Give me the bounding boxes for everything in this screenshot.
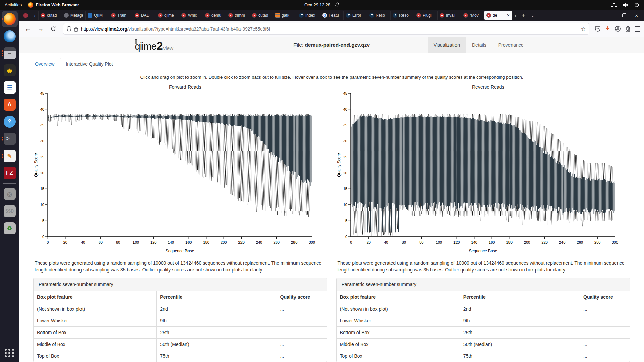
table-cell: Top of Box [337, 350, 460, 362]
back-button[interactable]: ← [23, 25, 33, 33]
browser-tab[interactable]: DAD [132, 11, 156, 20]
tab-title-label: DAD [141, 13, 154, 18]
browser-tab[interactable]: Invali [437, 11, 461, 20]
reload-button[interactable] [49, 26, 58, 32]
account-icon[interactable] [614, 25, 621, 32]
dock-item-appcenter[interactable]: A [2, 97, 18, 113]
browser-tab[interactable]: Train [109, 11, 132, 20]
qiime2view-logo[interactable]: qiime2view [134, 39, 173, 51]
browser-tab[interactable]: Index [297, 11, 320, 20]
dock-item-help[interactable]: ? [2, 114, 18, 130]
browser-tab[interactable]: Plugi [414, 11, 437, 20]
tab-interactive-quality-plot[interactable]: Interactive Quality Plot [60, 58, 118, 70]
svg-text:300: 300 [309, 240, 315, 244]
clock-menu[interactable]: Oca 29 12:28 [304, 2, 340, 8]
trash-icon: ♻ [4, 222, 16, 234]
browser-tab[interactable]: trimm [226, 11, 250, 20]
texteditor-icon: ✎ [4, 150, 16, 162]
menu-hamburger-icon[interactable] [635, 26, 640, 32]
network-icon [611, 3, 617, 7]
sampling-note-forward: These plots were generated using a rando… [35, 260, 326, 273]
lock-icon[interactable] [74, 26, 78, 32]
dot [2, 157, 3, 158]
browser-tab[interactable]: “Mov [461, 11, 484, 20]
browser-tab[interactable]: cutad [250, 11, 273, 20]
dock-item-disk[interactable]: ◎ [2, 186, 18, 202]
ssd-icon: SSD [4, 205, 16, 217]
header-tab-details[interactable]: Details [466, 37, 492, 53]
browser-tab[interactable]: demu [203, 11, 226, 20]
dock-separator [3, 183, 16, 184]
volume-icon [623, 3, 628, 7]
close-button[interactable]: × [635, 13, 638, 18]
scroll-tabs-right-button[interactable]: › [512, 13, 519, 18]
table-cell: ... [580, 339, 630, 350]
new-tab-button[interactable]: + [519, 12, 528, 19]
tab-list: cutadMetageQIIMTrainDADqiimeWhicdemutrim… [38, 11, 512, 20]
browser-tab[interactable]: Error [343, 11, 367, 20]
dock-item-texteditor[interactable]: ✎ [2, 148, 18, 164]
header-tab-visualization[interactable]: Visualization [428, 37, 466, 53]
browser-tab[interactable]: Metage [62, 11, 85, 20]
dock-item-terminal[interactable]: >_ [2, 131, 18, 147]
system-status-area[interactable] [611, 2, 644, 7]
sampling-note-reverse: These plots were generated using a rando… [338, 260, 629, 273]
dock-item-filezilla[interactable]: FZ [2, 165, 18, 181]
browser-tab[interactable]: de× [484, 11, 512, 20]
svg-text:100: 100 [133, 240, 139, 244]
browser-tab[interactable]: Reso [390, 11, 414, 20]
url-text[interactable]: https://view.qiime2.org/visualization/?t… [81, 26, 578, 32]
tab-overview[interactable]: Overview [29, 58, 60, 70]
restore-button[interactable] [622, 13, 626, 17]
dock-item-appgrid[interactable] [2, 345, 18, 361]
close-tab-icon[interactable]: × [506, 13, 510, 18]
red-favicon [440, 13, 444, 18]
pinned-tab-favicon[interactable] [23, 13, 28, 18]
dock-item-writer[interactable]: ☰ [2, 79, 18, 96]
clock-label: Oca 29 12:28 [304, 2, 330, 7]
browser-tab[interactable]: qiime [156, 11, 179, 20]
x-axis-label: Sequence Base [166, 249, 194, 253]
svg-text:180: 180 [506, 240, 512, 244]
browser-tab[interactable]: QIIM [85, 11, 109, 20]
file-name-label: File: demux-paired-end.gzv.qzv [293, 42, 370, 48]
minimize-button[interactable]: – [611, 13, 613, 18]
browser-tab[interactable]: gatk [273, 11, 297, 20]
focused-app-menu[interactable]: Firefox Web Browser [28, 2, 79, 8]
tracking-shield-icon[interactable] [67, 26, 71, 32]
rhythmbox-icon: ◉ [4, 64, 16, 76]
dock-item-trash[interactable]: ♻ [2, 220, 18, 236]
bookmark-star-icon[interactable]: ☆ [581, 26, 586, 32]
url-bar[interactable]: https://view.qiime2.org/visualization/?t… [63, 23, 589, 34]
browser-tab[interactable]: cutad [38, 11, 62, 20]
pocket-save-icon[interactable] [594, 25, 601, 32]
scroll-tabs-left-button[interactable]: ‹ [31, 13, 38, 18]
tab-title-label: demu [211, 13, 224, 18]
tab-strip: ‹ cutadMetageQIIMTrainDADqiimeWhicdemutr… [19, 10, 644, 21]
dot [5, 352, 7, 354]
forward-button[interactable]: → [36, 25, 45, 33]
browser-tab[interactable]: Reso [367, 11, 390, 20]
reverse-reads-boxplot[interactable]: 0510152025303540450204060801001201401601… [336, 90, 628, 257]
dock-item-thunderbird[interactable] [2, 28, 18, 44]
dot [12, 355, 14, 357]
dock-item-firefox[interactable] [2, 11, 18, 27]
table-cell: Middle of Box [34, 339, 157, 350]
activities-button[interactable]: Activities [5, 2, 22, 7]
table-cell: ... [580, 327, 630, 339]
tab-title-label: gatk [282, 13, 294, 18]
downloads-button[interactable] [604, 25, 611, 32]
extensions-puzzle-icon[interactable] [625, 25, 631, 32]
browser-tab[interactable]: Whic [179, 11, 203, 20]
header-tab-provenance[interactable]: Provenance [492, 37, 530, 53]
table-row: Middle of Box50th (Median)... [34, 339, 327, 350]
tab-title-label: Plugi [423, 13, 435, 18]
dock-item-ssd[interactable]: SSD [2, 203, 18, 219]
forward-reads-boxplot[interactable]: 0510152025303540450204060801001201401601… [33, 90, 324, 257]
focused-app-title: Firefox Web Browser [36, 2, 79, 7]
summary-panel-reverse: Parametric seven-number summary Box plot… [336, 278, 630, 362]
browser-tab[interactable]: GFeatu [320, 11, 343, 20]
list-all-tabs-button[interactable]: ⌄ [528, 12, 538, 18]
dock-item-files[interactable]: – [2, 45, 18, 61]
dock-item-rhythmbox[interactable]: ◉ [2, 62, 18, 78]
